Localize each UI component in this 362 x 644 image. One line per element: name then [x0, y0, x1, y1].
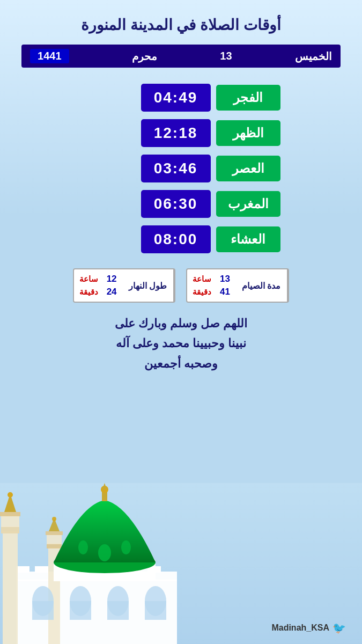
- fasting-minutes-val: 41: [220, 287, 230, 297]
- svg-rect-19: [47, 535, 62, 544]
- dua-line2: نبينا وحبيينا محمد وعلى آله: [21, 333, 341, 353]
- day-minutes-unit: دقيقة: [79, 287, 98, 297]
- svg-rect-35: [70, 601, 91, 620]
- prayer-name-maghrib: المغرب: [216, 191, 280, 217]
- prayer-times-list: الفجر 04:49 الظهر 12:18 العصر 03:46 المغ…: [21, 84, 341, 253]
- svg-rect-3: [16, 566, 29, 573]
- svg-rect-33: [32, 601, 54, 620]
- prayer-name-fajr: الفجر: [216, 85, 280, 111]
- dua-line1: اللهم صل وسلم وبارك على: [21, 313, 341, 333]
- prayer-row-fajr: الفجر 04:49: [82, 84, 280, 112]
- day-minutes-row: 24 دقيقة: [79, 287, 117, 297]
- svg-rect-11: [3, 531, 18, 644]
- month-name: محرم: [132, 50, 157, 63]
- prayer-row-isha: العشاء 08:00: [82, 225, 280, 253]
- day-length-values: 12 ساعة 24 دقيقة: [74, 269, 122, 302]
- svg-rect-20: [46, 531, 63, 535]
- svg-point-30: [78, 540, 88, 554]
- prayer-row-dhuhr: الظهر 12:18: [82, 119, 280, 147]
- svg-rect-39: [145, 601, 166, 620]
- day-hours-val: 12: [107, 274, 117, 284]
- page-title: أوقات الصلاة في المدينة المنورة: [21, 16, 341, 34]
- info-section: مدة الصيام 13 ساعة 41 دقيقة طول النهار 1…: [21, 268, 341, 303]
- prayer-time-asr: 03:46: [141, 155, 211, 182]
- year-box: 1441: [30, 49, 69, 63]
- prayer-name-dhuhr: الظهر: [216, 120, 280, 146]
- day-hours-row: 12 ساعة: [79, 274, 117, 284]
- dua-text: اللهم صل وسلم وبارك على نبينا وحبيينا مح…: [21, 313, 341, 374]
- day-name: الخميس: [295, 50, 332, 63]
- fasting-hours-val: 13: [220, 274, 230, 284]
- svg-rect-4: [35, 566, 48, 573]
- svg-point-22: [52, 517, 56, 521]
- fasting-hours-unit: ساعة: [193, 274, 211, 284]
- svg-rect-13: [1, 515, 19, 527]
- day-minutes-val: 24: [107, 287, 117, 297]
- prayer-name-isha: العشاء: [216, 226, 280, 252]
- svg-rect-14: [0, 512, 20, 516]
- mosque-illustration: [0, 483, 362, 644]
- svg-rect-37: [107, 601, 129, 620]
- day-hours-unit: ساعة: [79, 274, 98, 284]
- day-number: 13: [220, 50, 232, 62]
- prayer-row-maghrib: المغرب 06:30: [82, 190, 280, 218]
- fasting-duration-box: مدة الصيام 13 ساعة 41 دقيقة: [186, 268, 289, 303]
- fasting-minutes-unit: دقيقة: [193, 287, 211, 297]
- fasting-values: 13 ساعة 41 دقيقة: [187, 269, 235, 302]
- svg-point-31: [121, 540, 131, 554]
- prayer-name-asr: العصر: [216, 156, 280, 181]
- twitter-handle-text: Madinah_KSA: [271, 623, 329, 633]
- day-length-box: طول النهار 12 ساعة 24 دقيقة: [73, 268, 175, 303]
- prayer-row-asr: العصر 03:46: [82, 155, 280, 182]
- fasting-label: مدة الصيام: [235, 269, 288, 302]
- svg-point-16: [8, 492, 13, 497]
- day-length-label: طول النهار: [122, 269, 174, 302]
- prayer-time-dhuhr: 12:18: [141, 119, 211, 147]
- twitter-handle-section: 🐦 Madinah_KSA: [271, 621, 346, 634]
- date-bar: الخميس 13 محرم 1441: [21, 45, 341, 68]
- prayer-time-fajr: 04:49: [141, 84, 211, 112]
- fasting-minutes-row: 41 دقيقة: [193, 287, 230, 297]
- svg-point-29: [98, 544, 111, 561]
- dua-line3: وصحبه أجمعين: [21, 354, 341, 374]
- svg-rect-12: [1, 526, 19, 533]
- prayer-time-maghrib: 06:30: [141, 190, 211, 218]
- prayer-time-isha: 08:00: [141, 225, 211, 253]
- twitter-icon: 🐦: [333, 621, 346, 634]
- fasting-hours-row: 13 ساعة: [193, 274, 230, 284]
